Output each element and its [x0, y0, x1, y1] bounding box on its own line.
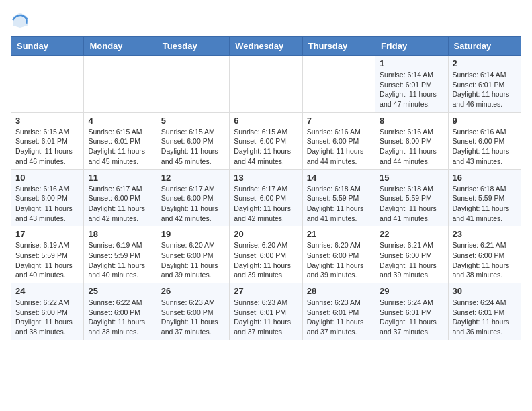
- cell-content: Sunrise: 6:15 AM Sunset: 6:00 PM Dayligh…: [161, 127, 225, 167]
- logo: [11, 11, 32, 30]
- calendar-cell: 18Sunrise: 6:19 AM Sunset: 5:59 PM Dayli…: [84, 226, 157, 283]
- day-number: 9: [453, 116, 517, 126]
- calendar-header-row: SundayMondayTuesdayWednesdayThursdayFrid…: [11, 37, 521, 56]
- day-number: 2: [453, 58, 517, 68]
- cell-content: Sunrise: 6:23 AM Sunset: 6:01 PM Dayligh…: [307, 298, 371, 337]
- cell-content: Sunrise: 6:15 AM Sunset: 6:01 PM Dayligh…: [15, 127, 79, 167]
- cell-content: Sunrise: 6:20 AM Sunset: 6:00 PM Dayligh…: [234, 240, 298, 280]
- calendar-cell: [84, 56, 157, 113]
- day-number: 26: [161, 286, 225, 296]
- day-number: 14: [307, 173, 371, 183]
- day-header-monday: Monday: [84, 37, 157, 56]
- day-number: 8: [380, 116, 443, 126]
- calendar-cell: [157, 56, 229, 113]
- day-number: 23: [453, 229, 517, 239]
- day-number: 25: [88, 286, 152, 296]
- day-header-saturday: Saturday: [448, 37, 521, 56]
- cell-content: Sunrise: 6:18 AM Sunset: 5:59 PM Dayligh…: [380, 184, 443, 224]
- cell-content: Sunrise: 6:23 AM Sunset: 6:01 PM Dayligh…: [234, 298, 298, 337]
- calendar-cell: 4Sunrise: 6:15 AM Sunset: 6:01 PM Daylig…: [84, 112, 157, 169]
- calendar-cell: 30Sunrise: 6:24 AM Sunset: 6:01 PM Dayli…: [448, 283, 521, 340]
- cell-content: Sunrise: 6:14 AM Sunset: 6:01 PM Dayligh…: [380, 70, 443, 109]
- cell-content: Sunrise: 6:17 AM Sunset: 6:00 PM Dayligh…: [234, 184, 298, 224]
- calendar-cell: [11, 56, 84, 113]
- day-header-thursday: Thursday: [302, 37, 375, 56]
- day-number: 18: [88, 229, 152, 239]
- calendar-cell: 9Sunrise: 6:16 AM Sunset: 6:00 PM Daylig…: [448, 112, 521, 169]
- cell-content: Sunrise: 6:22 AM Sunset: 6:00 PM Dayligh…: [88, 298, 152, 337]
- calendar-cell: 22Sunrise: 6:21 AM Sunset: 6:00 PM Dayli…: [375, 226, 448, 283]
- cell-content: Sunrise: 6:18 AM Sunset: 5:59 PM Dayligh…: [307, 184, 371, 224]
- calendar-cell: 2Sunrise: 6:14 AM Sunset: 6:01 PM Daylig…: [448, 56, 521, 113]
- page-header: [11, 11, 521, 30]
- cell-content: Sunrise: 6:16 AM Sunset: 6:00 PM Dayligh…: [15, 184, 79, 224]
- calendar-cell: 15Sunrise: 6:18 AM Sunset: 5:59 PM Dayli…: [375, 169, 448, 226]
- calendar-cell: 25Sunrise: 6:22 AM Sunset: 6:00 PM Dayli…: [84, 283, 157, 340]
- day-number: 15: [380, 173, 443, 183]
- day-number: 19: [161, 229, 225, 239]
- cell-content: Sunrise: 6:24 AM Sunset: 6:01 PM Dayligh…: [380, 298, 443, 337]
- logo-icon: [11, 11, 30, 30]
- day-number: 5: [161, 116, 225, 126]
- day-number: 3: [15, 116, 79, 126]
- calendar-cell: 19Sunrise: 6:20 AM Sunset: 6:00 PM Dayli…: [157, 226, 229, 283]
- calendar-cell: 8Sunrise: 6:16 AM Sunset: 6:00 PM Daylig…: [375, 112, 448, 169]
- calendar-week-row: 17Sunrise: 6:19 AM Sunset: 5:59 PM Dayli…: [11, 226, 521, 283]
- day-header-sunday: Sunday: [11, 37, 84, 56]
- cell-content: Sunrise: 6:16 AM Sunset: 6:00 PM Dayligh…: [453, 127, 517, 167]
- cell-content: Sunrise: 6:15 AM Sunset: 6:00 PM Dayligh…: [234, 127, 298, 167]
- calendar-cell: 26Sunrise: 6:23 AM Sunset: 6:00 PM Dayli…: [157, 283, 229, 340]
- day-number: 20: [234, 229, 298, 239]
- calendar-cell: 12Sunrise: 6:17 AM Sunset: 6:00 PM Dayli…: [157, 169, 229, 226]
- calendar-cell: [230, 56, 302, 113]
- day-number: 27: [234, 286, 298, 296]
- day-number: 1: [380, 58, 443, 68]
- calendar-cell: 21Sunrise: 6:20 AM Sunset: 6:00 PM Dayli…: [302, 226, 375, 283]
- day-number: 22: [380, 229, 443, 239]
- calendar-cell: 3Sunrise: 6:15 AM Sunset: 6:01 PM Daylig…: [11, 112, 84, 169]
- calendar-cell: 27Sunrise: 6:23 AM Sunset: 6:01 PM Dayli…: [230, 283, 302, 340]
- day-number: 28: [307, 286, 371, 296]
- day-number: 6: [234, 116, 298, 126]
- calendar-cell: 29Sunrise: 6:24 AM Sunset: 6:01 PM Dayli…: [375, 283, 448, 340]
- cell-content: Sunrise: 6:21 AM Sunset: 6:00 PM Dayligh…: [453, 240, 517, 280]
- cell-content: Sunrise: 6:17 AM Sunset: 6:00 PM Dayligh…: [88, 184, 152, 224]
- cell-content: Sunrise: 6:20 AM Sunset: 6:00 PM Dayligh…: [161, 240, 225, 280]
- calendar-cell: 14Sunrise: 6:18 AM Sunset: 5:59 PM Dayli…: [302, 169, 375, 226]
- day-number: 4: [88, 116, 152, 126]
- calendar-week-row: 24Sunrise: 6:22 AM Sunset: 6:00 PM Dayli…: [11, 283, 521, 340]
- calendar-cell: 16Sunrise: 6:18 AM Sunset: 5:59 PM Dayli…: [448, 169, 521, 226]
- calendar-cell: 28Sunrise: 6:23 AM Sunset: 6:01 PM Dayli…: [302, 283, 375, 340]
- cell-content: Sunrise: 6:19 AM Sunset: 5:59 PM Dayligh…: [15, 240, 79, 280]
- calendar-cell: 20Sunrise: 6:20 AM Sunset: 6:00 PM Dayli…: [230, 226, 302, 283]
- cell-content: Sunrise: 6:16 AM Sunset: 6:00 PM Dayligh…: [380, 127, 443, 167]
- cell-content: Sunrise: 6:20 AM Sunset: 6:00 PM Dayligh…: [307, 240, 371, 280]
- day-number: 12: [161, 173, 225, 183]
- cell-content: Sunrise: 6:24 AM Sunset: 6:01 PM Dayligh…: [453, 298, 517, 337]
- calendar-cell: 5Sunrise: 6:15 AM Sunset: 6:00 PM Daylig…: [157, 112, 229, 169]
- cell-content: Sunrise: 6:14 AM Sunset: 6:01 PM Dayligh…: [453, 70, 517, 109]
- cell-content: Sunrise: 6:15 AM Sunset: 6:01 PM Dayligh…: [88, 127, 152, 167]
- day-header-tuesday: Tuesday: [157, 37, 229, 56]
- day-header-wednesday: Wednesday: [230, 37, 302, 56]
- calendar-cell: 23Sunrise: 6:21 AM Sunset: 6:00 PM Dayli…: [448, 226, 521, 283]
- calendar-week-row: 1Sunrise: 6:14 AM Sunset: 6:01 PM Daylig…: [11, 56, 521, 113]
- day-number: 16: [453, 173, 517, 183]
- calendar-cell: [302, 56, 375, 113]
- cell-content: Sunrise: 6:23 AM Sunset: 6:00 PM Dayligh…: [161, 298, 225, 337]
- calendar-cell: 10Sunrise: 6:16 AM Sunset: 6:00 PM Dayli…: [11, 169, 84, 226]
- day-number: 13: [234, 173, 298, 183]
- day-number: 24: [15, 286, 79, 296]
- calendar-cell: 24Sunrise: 6:22 AM Sunset: 6:00 PM Dayli…: [11, 283, 84, 340]
- day-number: 21: [307, 229, 371, 239]
- cell-content: Sunrise: 6:21 AM Sunset: 6:00 PM Dayligh…: [380, 240, 443, 280]
- calendar-week-row: 3Sunrise: 6:15 AM Sunset: 6:01 PM Daylig…: [11, 112, 521, 169]
- calendar-week-row: 10Sunrise: 6:16 AM Sunset: 6:00 PM Dayli…: [11, 169, 521, 226]
- day-number: 29: [380, 286, 443, 296]
- calendar-cell: 7Sunrise: 6:16 AM Sunset: 6:00 PM Daylig…: [302, 112, 375, 169]
- cell-content: Sunrise: 6:19 AM Sunset: 5:59 PM Dayligh…: [88, 240, 152, 280]
- calendar-cell: 1Sunrise: 6:14 AM Sunset: 6:01 PM Daylig…: [375, 56, 448, 113]
- cell-content: Sunrise: 6:18 AM Sunset: 5:59 PM Dayligh…: [453, 184, 517, 224]
- calendar-cell: 17Sunrise: 6:19 AM Sunset: 5:59 PM Dayli…: [11, 226, 84, 283]
- calendar-cell: 6Sunrise: 6:15 AM Sunset: 6:00 PM Daylig…: [230, 112, 302, 169]
